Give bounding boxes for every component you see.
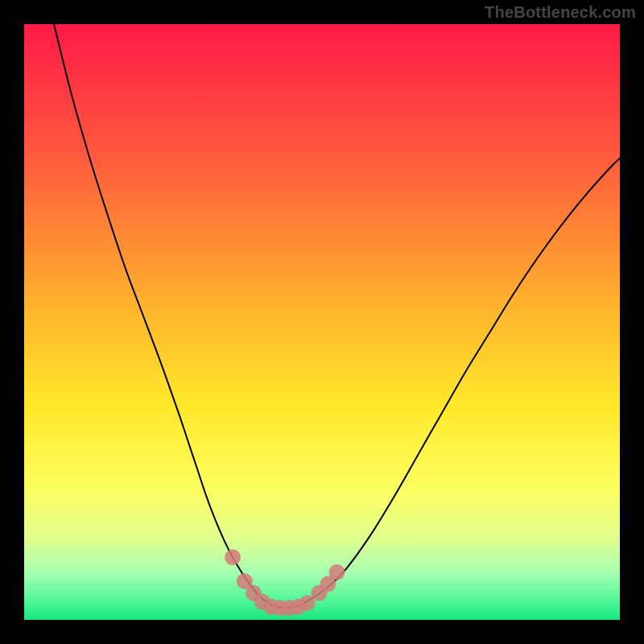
- chart-svg: [24, 24, 620, 620]
- chart-frame: TheBottleneck.com: [0, 0, 644, 644]
- chart-background: [24, 24, 620, 620]
- plot-area: [24, 24, 620, 620]
- marker-dot: [225, 549, 241, 565]
- marker-dot: [329, 564, 345, 580]
- watermark-text: TheBottleneck.com: [485, 3, 636, 22]
